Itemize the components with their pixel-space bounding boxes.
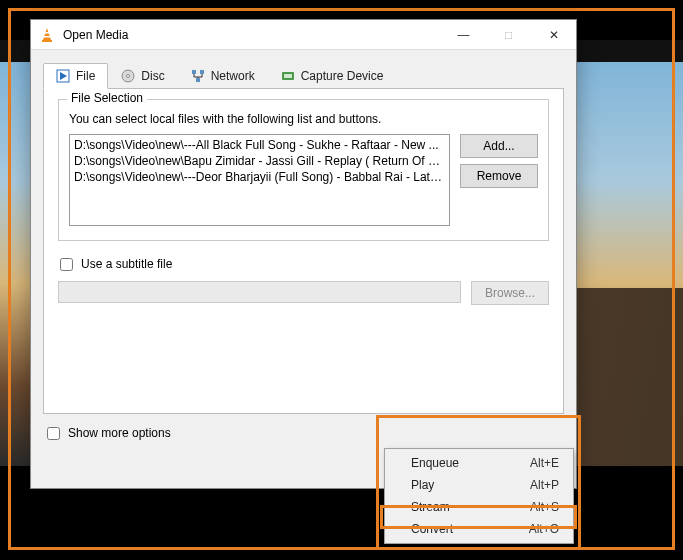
show-more-row: Show more options — [31, 420, 576, 450]
tab-disc-label: Disc — [141, 69, 164, 83]
file-list[interactable]: D:\songs\Video\new\---All Black Full Son… — [69, 134, 450, 226]
window-title: Open Media — [63, 28, 441, 42]
menu-item-stream[interactable]: Stream Alt+S — [385, 496, 573, 518]
titlebar: Open Media — □ ✕ — [31, 20, 576, 50]
list-item[interactable]: D:\songs\Video\new\---Deor Bharjayii (Fu… — [74, 169, 445, 185]
tab-file[interactable]: File — [43, 63, 108, 89]
menu-item-shortcut: Alt+O — [529, 522, 559, 536]
open-media-dialog: Open Media — □ ✕ File Disc Network Captu… — [30, 19, 577, 489]
svg-rect-10 — [196, 78, 200, 82]
svg-rect-2 — [45, 32, 49, 34]
remove-button[interactable]: Remove — [460, 164, 538, 188]
play-dropdown-menu: Enqueue Alt+E Play Alt+P Stream Alt+S Co… — [384, 448, 574, 544]
file-selection-group: File Selection You can select local file… — [58, 99, 549, 241]
tab-network-label: Network — [211, 69, 255, 83]
show-more-checkbox[interactable] — [47, 427, 60, 440]
svg-point-7 — [127, 75, 130, 78]
menu-item-play[interactable]: Play Alt+P — [385, 474, 573, 496]
close-button[interactable]: ✕ — [531, 20, 576, 49]
tab-disc[interactable]: Disc — [108, 63, 177, 89]
disc-icon — [121, 69, 135, 83]
file-selection-hint: You can select local files with the foll… — [69, 112, 538, 126]
menu-item-convert[interactable]: Convert Alt+O — [385, 518, 573, 540]
svg-rect-8 — [192, 70, 196, 74]
tab-panel-file: File Selection You can select local file… — [43, 89, 564, 414]
tab-network[interactable]: Network — [178, 63, 268, 89]
menu-item-label: Stream — [411, 500, 530, 514]
dialog-body: File Disc Network Capture Device File Se… — [31, 50, 576, 420]
svg-rect-9 — [200, 70, 204, 74]
tab-capture-label: Capture Device — [301, 69, 384, 83]
menu-item-enqueue[interactable]: Enqueue Alt+E — [385, 452, 573, 474]
menu-item-label: Convert — [411, 522, 529, 536]
source-tabs: File Disc Network Capture Device — [43, 62, 564, 89]
svg-rect-1 — [42, 40, 52, 42]
tab-capture[interactable]: Capture Device — [268, 63, 397, 89]
file-buttons: Add... Remove — [460, 134, 538, 226]
list-item[interactable]: D:\songs\Video\new\---All Black Full Son… — [74, 137, 445, 153]
capture-icon — [281, 69, 295, 83]
show-more-label: Show more options — [68, 426, 171, 440]
add-button[interactable]: Add... — [460, 134, 538, 158]
network-icon — [191, 69, 205, 83]
menu-item-shortcut: Alt+S — [530, 500, 559, 514]
minimize-button[interactable]: — — [441, 20, 486, 49]
svg-rect-12 — [284, 74, 292, 78]
menu-item-shortcut: Alt+E — [530, 456, 559, 470]
menu-item-label: Enqueue — [411, 456, 530, 470]
svg-marker-0 — [43, 28, 51, 40]
subtitle-row: Use a subtitle file — [58, 253, 549, 273]
maximize-button[interactable]: □ — [486, 20, 531, 49]
file-icon — [56, 69, 70, 83]
list-item[interactable]: D:\songs\Video\new\Bapu Zimidar - Jassi … — [74, 153, 445, 169]
svg-rect-3 — [44, 36, 50, 38]
browse-subtitle-button: Browse... — [471, 281, 549, 305]
use-subtitle-label: Use a subtitle file — [81, 257, 172, 271]
subtitle-path-input — [58, 281, 461, 303]
file-selection-label: File Selection — [67, 91, 147, 105]
vlc-icon — [39, 27, 55, 43]
tab-file-label: File — [76, 69, 95, 83]
menu-item-shortcut: Alt+P — [530, 478, 559, 492]
use-subtitle-checkbox[interactable] — [60, 258, 73, 271]
menu-item-label: Play — [411, 478, 530, 492]
